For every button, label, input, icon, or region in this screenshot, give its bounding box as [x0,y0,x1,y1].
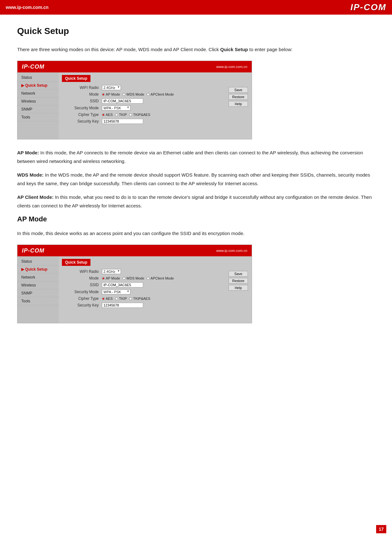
form-row-secmode-1: Security Mode WPA - PSK [64,105,247,111]
page-number: 17 [376,525,386,533]
form-row-wifi-2: WIFI Radio 2.4GHz [64,269,247,274]
wifi-radio-select-2[interactable]: 2.4GHz [102,269,121,274]
wifi-radio-label-2: WIFI Radio [64,269,102,274]
sidebar-tools-1[interactable]: Tools [17,113,59,121]
mode-wds-label-2: WDS Mode [126,276,144,280]
radio-apclient-2[interactable]: APClient Mode [147,276,174,280]
radio-wds-1[interactable]: WDS Mode [123,92,144,96]
form-row-ssid-2: SSID [64,282,247,287]
help-button-2[interactable]: Help [229,285,248,291]
form-row-cipher-2: Cipher Type AES TKIP [64,296,247,301]
sidebar-tools-2[interactable]: Tools [17,297,59,305]
cipher-label-1: Cipher Type [64,112,102,117]
cipher-aes-icon-1 [102,113,105,116]
cipher-tkipaes-2[interactable]: TKIP&AES [129,297,150,300]
header-logo: IP-COM [350,2,386,12]
cipher-aes-icon-2 [102,297,105,300]
radio-wds-icon-1 [123,93,125,96]
seckey-control-2 [102,303,247,308]
radio-wds-icon-2 [123,277,125,280]
wifi-radio-control-2: 2.4GHz [102,269,247,274]
ssid-input-1[interactable] [102,98,143,104]
ap-mode-text: In this mode, the AP connects to the rem… [17,150,363,164]
device-url-2: www.ip-com.com.cn [216,249,247,253]
wifi-radio-label-1: WIFI Radio [64,85,102,90]
apclient-mode-paragraph: AP Client Mode: In this mode, what you n… [17,193,375,210]
seckey-input-2[interactable] [102,303,143,308]
cipher-tkip-2[interactable]: TKIP [115,297,127,300]
secmode-label-1: Security Mode [64,106,102,110]
radio-ap-icon-2 [102,277,105,280]
wifi-radio-select-1[interactable]: 2.4GHz [102,85,121,90]
seckey-control-1 [102,119,247,124]
restore-button-1[interactable]: Restore [229,94,248,100]
ssid-input-2[interactable] [102,282,143,287]
device-buttons-2: Save Restore Help [229,271,248,291]
wds-mode-label: WDS Mode: [17,172,43,178]
site-header: www.ip-com.com.cn IP-COM [0,0,392,15]
form-row-seckey-1: Security Key [64,119,247,124]
sidebar-snmp-1[interactable]: SNMP [17,105,59,113]
sidebar-wireless-2[interactable]: Wireless [17,281,59,289]
cipher-tkipaes-icon-2 [129,297,132,300]
device-screenshot-2: IP-COM www.ip-com.com.cn Status Quick Se… [17,245,252,323]
main-content: Quick Setup There are three working mode… [0,15,392,351]
device-body-2: Status Quick Setup Network Wireless SNMP… [17,256,252,323]
restore-button-2[interactable]: Restore [229,278,248,284]
seckey-input-1[interactable] [102,119,143,124]
secmode-select-2[interactable]: WPA - PSK [102,289,130,294]
device-sidebar-2: Status Quick Setup Network Wireless SNMP… [17,256,59,323]
device-logo-2: IP-COM [22,247,44,254]
help-button-1[interactable]: Help [229,101,248,107]
save-button-2[interactable]: Save [229,271,248,277]
sidebar-snmp-2[interactable]: SNMP [17,289,59,297]
sidebar-wireless-1[interactable]: Wireless [17,98,59,105]
cipher-tkipaes-1[interactable]: TKIP&AES [129,113,150,117]
mode-ap-label-1: AP Mode [106,92,120,96]
save-button-1[interactable]: Save [229,87,248,93]
cipher-control-2: AES TKIP TKIP&AES [102,297,247,300]
page-wrapper: www.ip-com.com.cn IP-COM Quick Setup The… [0,0,392,539]
cipher-tkip-icon-1 [115,113,118,116]
device-header-1: IP-COM www.ip-com.com.cn [17,61,252,72]
device-buttons-1: Save Restore Help [229,87,248,107]
mode-ap-label-2: AP Mode [106,276,120,280]
apclient-mode-label: AP Client Mode: [17,194,54,200]
radio-apclient-icon-2 [147,277,149,280]
radio-ap-2[interactable]: AP Mode [102,276,120,280]
cipher-aes-label-1: AES [106,113,113,117]
device-screenshot-1: IP-COM www.ip-com.com.cn Status Quick Se… [17,61,252,139]
sidebar-quicksetup-2[interactable]: Quick Setup [17,266,59,273]
sidebar-quicksetup-1[interactable]: Quick Setup [17,82,59,90]
sidebar-status-2[interactable]: Status [17,258,59,266]
radio-wds-2[interactable]: WDS Mode [123,276,144,280]
sidebar-network-1[interactable]: Network [17,90,59,98]
device-url-1: www.ip-com.com.cn [216,65,247,69]
mode-apclient-label-2: APClient Mode [150,276,174,280]
form-row-secmode-2: Security Mode WPA - PSK [64,289,247,294]
cipher-aes-1[interactable]: AES [102,113,113,117]
ap-mode-label: AP Mode: [17,150,39,155]
device-header-2: IP-COM www.ip-com.com.cn [17,245,252,256]
cipher-aes-2[interactable]: AES [102,297,113,300]
radio-ap-1[interactable]: AP Mode [102,92,120,96]
device-logo-1: IP-COM [22,64,44,70]
cipher-tkip-label-2: TKIP [119,297,127,300]
seckey-label-1: Security Key [64,119,102,124]
cipher-tkip-1[interactable]: TKIP [115,113,127,117]
device-body-1: Status Quick Setup Network Wireless SNMP… [17,72,252,139]
mode-control-1: AP Mode WDS Mode APClient Mode [102,92,247,96]
device-main-1: Quick Setup WIFI Radio 2.4GHz Mode [59,72,252,139]
intro-cont: to enter page below: [249,47,292,52]
apmode-section-text: In this mode, this device works as an ac… [17,229,375,238]
sidebar-status-1[interactable]: Status [17,74,59,82]
secmode-select-1[interactable]: WPA - PSK [102,105,130,111]
form-row-mode-1: Mode AP Mode WDS Mode [64,92,247,97]
sidebar-network-2[interactable]: Network [17,273,59,281]
secmode-control-2: WPA - PSK [102,289,247,294]
radio-apclient-1[interactable]: APClient Mode [147,92,174,96]
wds-mode-text: In the WDS mode, the AP and the remote d… [17,172,370,186]
mode-apclient-label-1: APClient Mode [150,92,174,96]
wds-mode-paragraph: WDS Mode: In the WDS mode, the AP and th… [17,171,375,188]
ssid-label-2: SSID [64,283,102,287]
